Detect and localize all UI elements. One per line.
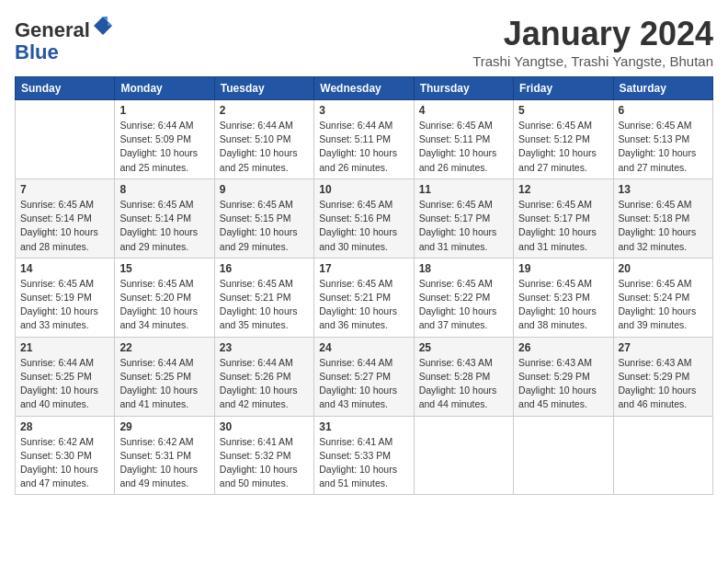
calendar-cell: 17Sunrise: 6:45 AM Sunset: 5:21 PM Dayli…: [314, 258, 414, 337]
week-row-1: 1Sunrise: 6:44 AM Sunset: 5:09 PM Daylig…: [16, 100, 713, 179]
day-info: Sunrise: 6:44 AM Sunset: 5:25 PM Dayligh…: [119, 356, 209, 412]
calendar-cell: 15Sunrise: 6:45 AM Sunset: 5:20 PM Dayli…: [115, 258, 214, 337]
day-number: 8: [119, 183, 209, 196]
calendar-cell: 11Sunrise: 6:45 AM Sunset: 5:17 PM Dayli…: [414, 178, 513, 258]
calendar-cell: 23Sunrise: 6:44 AM Sunset: 5:26 PM Dayli…: [214, 337, 313, 416]
day-of-week-tuesday: Tuesday: [214, 77, 313, 100]
day-info: Sunrise: 6:45 AM Sunset: 5:16 PM Dayligh…: [319, 198, 408, 254]
day-number: 11: [419, 183, 508, 196]
calendar-cell: 4Sunrise: 6:45 AM Sunset: 5:11 PM Daylig…: [414, 100, 513, 179]
day-of-week-thursday: Thursday: [414, 77, 513, 100]
day-number: 4: [419, 104, 508, 117]
calendar-cell: 18Sunrise: 6:45 AM Sunset: 5:22 PM Dayli…: [414, 258, 513, 337]
day-info: Sunrise: 6:45 AM Sunset: 5:15 PM Dayligh…: [220, 198, 309, 254]
day-number: 30: [220, 420, 309, 433]
day-number: 25: [419, 341, 508, 354]
day-info: Sunrise: 6:41 AM Sunset: 5:32 PM Dayligh…: [220, 435, 309, 491]
day-info: Sunrise: 6:45 AM Sunset: 5:17 PM Dayligh…: [419, 198, 508, 254]
week-row-4: 21Sunrise: 6:44 AM Sunset: 5:25 PM Dayli…: [16, 337, 713, 416]
calendar-cell: 22Sunrise: 6:44 AM Sunset: 5:25 PM Dayli…: [115, 337, 214, 416]
day-number: 15: [119, 262, 209, 275]
day-number: 21: [20, 341, 109, 354]
logo-icon: [92, 15, 114, 37]
day-info: Sunrise: 6:45 AM Sunset: 5:24 PM Dayligh…: [619, 277, 708, 333]
day-info: Sunrise: 6:43 AM Sunset: 5:29 PM Dayligh…: [619, 356, 708, 412]
week-row-2: 7Sunrise: 6:45 AM Sunset: 5:14 PM Daylig…: [16, 178, 713, 258]
day-info: Sunrise: 6:45 AM Sunset: 5:21 PM Dayligh…: [319, 277, 408, 333]
calendar-cell: 10Sunrise: 6:45 AM Sunset: 5:16 PM Dayli…: [314, 178, 414, 258]
day-number: 2: [220, 104, 309, 117]
calendar-cell: 14Sunrise: 6:45 AM Sunset: 5:19 PM Dayli…: [16, 258, 115, 337]
day-number: 17: [319, 262, 408, 275]
calendar-cell: [16, 100, 115, 179]
day-info: Sunrise: 6:41 AM Sunset: 5:33 PM Dayligh…: [319, 435, 408, 491]
day-info: Sunrise: 6:45 AM Sunset: 5:18 PM Dayligh…: [619, 198, 708, 254]
day-info: Sunrise: 6:45 AM Sunset: 5:19 PM Dayligh…: [20, 277, 109, 333]
calendar-cell: 19Sunrise: 6:45 AM Sunset: 5:23 PM Dayli…: [514, 258, 613, 337]
logo-general: General: [15, 18, 90, 41]
day-of-week-friday: Friday: [514, 77, 613, 100]
day-info: Sunrise: 6:44 AM Sunset: 5:25 PM Dayligh…: [20, 356, 109, 412]
day-number: 23: [220, 341, 309, 354]
calendar-cell: 6Sunrise: 6:45 AM Sunset: 5:13 PM Daylig…: [613, 100, 712, 179]
day-of-week-sunday: Sunday: [16, 77, 115, 100]
day-info: Sunrise: 6:44 AM Sunset: 5:27 PM Dayligh…: [319, 356, 408, 412]
day-number: 16: [220, 262, 309, 275]
week-row-3: 14Sunrise: 6:45 AM Sunset: 5:19 PM Dayli…: [16, 258, 713, 337]
day-number: 13: [619, 183, 708, 196]
calendar-cell: 31Sunrise: 6:41 AM Sunset: 5:33 PM Dayli…: [314, 416, 414, 495]
calendar-cell: 7Sunrise: 6:45 AM Sunset: 5:14 PM Daylig…: [16, 178, 115, 258]
day-info: Sunrise: 6:44 AM Sunset: 5:10 PM Dayligh…: [220, 119, 309, 175]
calendar-cell: 12Sunrise: 6:45 AM Sunset: 5:17 PM Dayli…: [514, 178, 613, 258]
calendar-cell: 24Sunrise: 6:44 AM Sunset: 5:27 PM Dayli…: [314, 337, 414, 416]
day-info: Sunrise: 6:45 AM Sunset: 5:13 PM Dayligh…: [619, 119, 708, 175]
day-info: Sunrise: 6:45 AM Sunset: 5:17 PM Dayligh…: [518, 198, 608, 254]
calendar-table: SundayMondayTuesdayWednesdayThursdayFrid…: [15, 76, 713, 495]
calendar-cell: [514, 416, 613, 495]
day-number: 1: [119, 104, 209, 117]
day-number: 29: [119, 420, 209, 433]
day-number: 10: [319, 183, 408, 196]
day-number: 5: [518, 104, 608, 117]
calendar-cell: 28Sunrise: 6:42 AM Sunset: 5:30 PM Dayli…: [16, 416, 115, 495]
calendar-cell: 2Sunrise: 6:44 AM Sunset: 5:10 PM Daylig…: [214, 100, 313, 179]
day-info: Sunrise: 6:45 AM Sunset: 5:14 PM Dayligh…: [20, 198, 109, 254]
day-info: Sunrise: 6:42 AM Sunset: 5:31 PM Dayligh…: [119, 435, 209, 491]
day-info: Sunrise: 6:44 AM Sunset: 5:11 PM Dayligh…: [319, 119, 408, 175]
day-number: 7: [20, 183, 109, 196]
header-row: SundayMondayTuesdayWednesdayThursdayFrid…: [16, 77, 713, 100]
day-info: Sunrise: 6:45 AM Sunset: 5:11 PM Dayligh…: [419, 119, 508, 175]
day-info: Sunrise: 6:44 AM Sunset: 5:09 PM Dayligh…: [119, 119, 209, 175]
day-info: Sunrise: 6:45 AM Sunset: 5:20 PM Dayligh…: [119, 277, 209, 333]
calendar-cell: 13Sunrise: 6:45 AM Sunset: 5:18 PM Dayli…: [613, 178, 712, 258]
day-info: Sunrise: 6:45 AM Sunset: 5:23 PM Dayligh…: [518, 277, 608, 333]
day-info: Sunrise: 6:45 AM Sunset: 5:21 PM Dayligh…: [220, 277, 309, 333]
logo: General Blue: [15, 15, 114, 63]
calendar-cell: 29Sunrise: 6:42 AM Sunset: 5:31 PM Dayli…: [115, 416, 214, 495]
location-subtitle: Trashi Yangtse, Trashi Yangste, Bhutan: [472, 53, 713, 69]
calendar-header: SundayMondayTuesdayWednesdayThursdayFrid…: [16, 77, 713, 100]
calendar-cell: 1Sunrise: 6:44 AM Sunset: 5:09 PM Daylig…: [115, 100, 214, 179]
day-info: Sunrise: 6:45 AM Sunset: 5:22 PM Dayligh…: [419, 277, 508, 333]
month-title: January 2024: [472, 15, 713, 53]
day-info: Sunrise: 6:44 AM Sunset: 5:26 PM Dayligh…: [220, 356, 309, 412]
calendar-cell: 21Sunrise: 6:44 AM Sunset: 5:25 PM Dayli…: [16, 337, 115, 416]
calendar-cell: [613, 416, 712, 495]
day-of-week-saturday: Saturday: [613, 77, 712, 100]
day-number: 20: [619, 262, 708, 275]
day-of-week-monday: Monday: [115, 77, 214, 100]
calendar-cell: 20Sunrise: 6:45 AM Sunset: 5:24 PM Dayli…: [613, 258, 712, 337]
logo-blue: Blue: [15, 40, 59, 63]
day-number: 26: [518, 341, 608, 354]
day-number: 31: [319, 420, 408, 433]
calendar-cell: 30Sunrise: 6:41 AM Sunset: 5:32 PM Dayli…: [214, 416, 313, 495]
day-number: 18: [419, 262, 508, 275]
day-number: 19: [518, 262, 608, 275]
calendar-cell: 3Sunrise: 6:44 AM Sunset: 5:11 PM Daylig…: [314, 100, 414, 179]
day-info: Sunrise: 6:43 AM Sunset: 5:29 PM Dayligh…: [518, 356, 608, 412]
day-number: 27: [619, 341, 708, 354]
day-number: 28: [20, 420, 109, 433]
page-header: General Blue January 2024 Trashi Yangtse…: [15, 15, 713, 69]
day-number: 24: [319, 341, 408, 354]
day-number: 6: [619, 104, 708, 117]
